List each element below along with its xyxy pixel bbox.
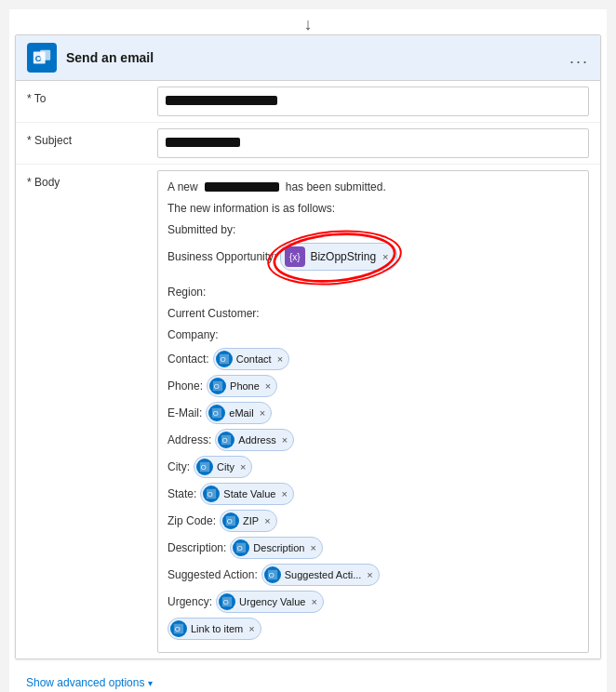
biz-opp-token[interactable]: {x} BizOppString × (280, 243, 396, 271)
zip-token[interactable]: O ZIP × (220, 510, 277, 532)
body-line-5: Region: (167, 284, 579, 300)
to-label: * To (27, 86, 157, 105)
body-line-17: Urgency: O Urgency Value × (167, 591, 579, 613)
body-label: * Body (27, 170, 157, 189)
body-line-9: Phone: O Phone × (167, 375, 579, 397)
description-label: Description (253, 540, 304, 556)
card-header: O Send an email ... (16, 35, 600, 81)
body-line-8: Contact: O Contact × (167, 348, 579, 370)
svg-text:O: O (220, 355, 225, 364)
urgency-close[interactable]: × (311, 594, 316, 610)
svg-text:O: O (201, 463, 207, 472)
body-line-4: Business Opportunity: {x} BizOppString (167, 243, 579, 271)
biz-opp-icon: {x} (285, 246, 305, 267)
biz-opp-close[interactable]: × (382, 249, 388, 265)
zip-close[interactable]: × (264, 513, 270, 529)
card-title: Send an email (66, 50, 569, 65)
email-token[interactable]: O eMail × (206, 402, 272, 424)
city-token[interactable]: O City × (194, 456, 252, 478)
body-line-6: Current Customer: (167, 305, 579, 322)
body-line-11: Address: O Address × (167, 429, 579, 451)
svg-text:O: O (175, 625, 181, 633)
body-line-2: The new information is as follows: (167, 200, 579, 217)
email-label: eMail (229, 406, 253, 421)
svg-rect-2 (40, 50, 50, 60)
contact-close[interactable]: × (277, 352, 283, 367)
urgency-icon: O (219, 593, 235, 610)
state-label: State Value (223, 486, 275, 502)
svg-text:O: O (268, 571, 274, 579)
to-input[interactable] (157, 86, 589, 116)
send-email-card: O Send an email ... * To * Subject (15, 34, 601, 659)
suggested-token[interactable]: O Suggested Acti... × (261, 564, 380, 586)
contact-label: Contact (236, 352, 272, 367)
state-close[interactable]: × (281, 486, 287, 502)
svg-text:O: O (237, 544, 243, 552)
to-row: * To (16, 81, 600, 123)
body-row: * Body A new has been submitted. The new… (16, 165, 600, 659)
zip-label: ZIP (243, 513, 259, 529)
email-icon: O (208, 405, 225, 421)
contact-token[interactable]: O Contact × (213, 348, 289, 370)
address-close[interactable]: × (282, 432, 288, 448)
body-line-16: Suggested Action: O Suggested Acti... × (167, 564, 579, 586)
address-label: Address (238, 432, 275, 448)
svg-text:O: O (213, 409, 219, 418)
show-advanced-label: Show advanced options (26, 676, 144, 689)
contact-icon: O (216, 351, 233, 367)
phone-label: Phone (230, 379, 260, 394)
body-line-1: A new has been submitted. (167, 179, 579, 195)
svg-text:{x}: {x} (289, 252, 301, 262)
to-redacted (166, 96, 277, 105)
body-line-3: Submitted by: (167, 221, 579, 238)
address-token[interactable]: O Address × (215, 429, 294, 451)
body-line-14: Zip Code: O ZIP × (167, 510, 579, 532)
body-input[interactable]: A new has been submitted. The new inform… (157, 170, 589, 653)
suggested-label: Suggested Acti... (285, 567, 362, 583)
city-label: City (217, 459, 234, 475)
description-token[interactable]: O Description × (230, 537, 322, 559)
urgency-token[interactable]: O Urgency Value × (216, 591, 324, 613)
suggested-close[interactable]: × (367, 567, 372, 583)
subject-redacted (166, 138, 240, 147)
main-container: ↓ O Send an email ... * To (9, 9, 607, 692)
card-body: * To * Subject * Body A new (16, 81, 600, 659)
state-icon: O (203, 486, 220, 502)
svg-text:O: O (223, 598, 229, 606)
link-token[interactable]: O Link to item × (167, 618, 261, 640)
svg-text:O: O (227, 517, 233, 526)
state-token[interactable]: O State Value × (200, 483, 294, 505)
city-close[interactable]: × (240, 459, 246, 475)
svg-text:O: O (222, 436, 228, 445)
urgency-label: Urgency Value (239, 594, 305, 610)
phone-icon: O (209, 378, 226, 394)
suggested-icon: O (264, 566, 281, 583)
description-icon: O (233, 539, 249, 556)
svg-text:O: O (214, 382, 220, 391)
subject-input[interactable] (157, 128, 589, 158)
link-label: Link to item (191, 621, 243, 637)
body-line-7: Company: (167, 326, 579, 343)
body-line-15: Description: O Description × (167, 537, 579, 559)
subject-label: * Subject (27, 128, 157, 147)
flow-arrow: ↓ (9, 9, 607, 34)
city-icon: O (196, 459, 213, 475)
zip-icon: O (222, 512, 239, 529)
link-close[interactable]: × (248, 621, 254, 637)
body-line-18: O Link to item × (167, 618, 579, 640)
show-advanced-button[interactable]: Show advanced options ▾ (9, 667, 607, 692)
link-icon: O (170, 620, 187, 637)
body-line-12: City: O City × (167, 456, 579, 478)
subject-row: * Subject (16, 123, 600, 165)
body-line-13: State: O State Value × (167, 483, 579, 505)
more-options-button[interactable]: ... (569, 48, 589, 68)
phone-close[interactable]: × (265, 379, 271, 394)
body-line-10: E-Mail: O eMail × (167, 402, 579, 424)
email-close[interactable]: × (260, 406, 265, 421)
redacted-name (205, 182, 279, 192)
chevron-down-icon: ▾ (148, 678, 153, 688)
phone-token[interactable]: O Phone × (207, 375, 277, 397)
description-close[interactable]: × (310, 540, 315, 556)
outlook-icon: O (27, 43, 57, 73)
biz-opp-label: BizOppString (310, 248, 376, 265)
